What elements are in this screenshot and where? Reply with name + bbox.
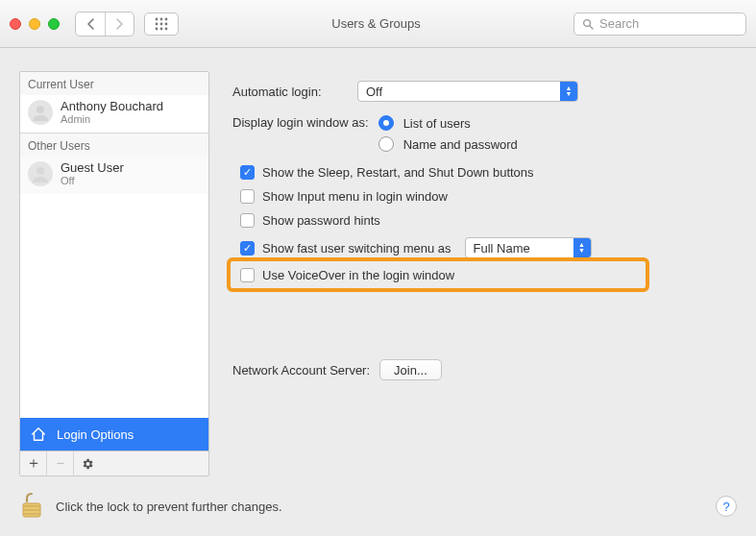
- svg-rect-15: [23, 509, 40, 511]
- svg-point-7: [160, 27, 163, 30]
- svg-point-2: [165, 17, 168, 20]
- users-sidebar: Current User Anthony Bouchard Admin Othe…: [19, 71, 209, 476]
- radio-namepwd-label: Name and password: [403, 137, 518, 152]
- svg-point-9: [584, 19, 591, 26]
- automatic-login-value: Off: [366, 85, 382, 99]
- minimize-window-button[interactable]: [29, 18, 40, 30]
- lock-text: Click the lock to prevent further change…: [56, 499, 282, 514]
- svg-point-3: [156, 22, 159, 25]
- window-controls: [10, 18, 60, 30]
- search-input[interactable]: [599, 16, 738, 31]
- automatic-login-label: Automatic login:: [232, 85, 348, 99]
- radio-list-label: List of users: [403, 116, 471, 131]
- radio-list-of-users[interactable]: [378, 115, 394, 131]
- fast-user-switching-select[interactable]: Full Name ▲▼: [465, 237, 592, 258]
- svg-point-6: [156, 27, 159, 30]
- login-options-row[interactable]: Login Options: [20, 418, 208, 451]
- svg-point-8: [165, 27, 168, 30]
- join-button[interactable]: Join...: [379, 359, 442, 380]
- add-user-button[interactable]: ＋: [20, 451, 47, 476]
- svg-point-4: [160, 22, 163, 25]
- dropdown-stepper-icon: ▲▼: [560, 82, 577, 101]
- other-users-header: Other Users: [20, 134, 208, 157]
- zoom-window-button[interactable]: [48, 18, 60, 30]
- automatic-login-select[interactable]: Off ▲▼: [357, 81, 578, 102]
- sidebar-footer: ＋ －: [20, 451, 208, 475]
- show-all-button[interactable]: [144, 12, 179, 36]
- highlight-annotation: [227, 257, 649, 292]
- remove-user-button: －: [47, 451, 74, 476]
- avatar: [28, 100, 53, 125]
- action-menu-button[interactable]: [74, 451, 101, 476]
- checkbox-sleep-restart[interactable]: ✓: [240, 165, 255, 180]
- network-account-server-label: Network Account Server:: [232, 363, 370, 378]
- svg-point-11: [37, 106, 44, 113]
- nav-buttons: [75, 12, 134, 37]
- join-button-label: Join...: [394, 363, 427, 378]
- unlocked-lock-icon[interactable]: [19, 492, 44, 521]
- svg-line-10: [590, 26, 593, 29]
- back-button[interactable]: [76, 12, 105, 36]
- fast-user-switching-value: Full Name: [474, 241, 530, 256]
- checkbox-input-label: Show Input menu in login window: [262, 189, 448, 204]
- display-login-label: Display login window as:: [232, 115, 369, 130]
- svg-rect-14: [23, 505, 40, 507]
- search-icon: [582, 18, 594, 30]
- svg-rect-16: [23, 513, 40, 515]
- svg-point-0: [156, 17, 159, 20]
- svg-point-12: [37, 167, 44, 175]
- guest-user-role: Off: [61, 175, 124, 186]
- current-user-name: Anthony Bouchard: [61, 99, 163, 113]
- guest-user-row[interactable]: Guest User Off: [20, 157, 208, 194]
- radio-name-password[interactable]: [378, 136, 394, 152]
- window-title: Users & Groups: [188, 16, 564, 31]
- home-icon: [30, 426, 47, 443]
- login-options-label: Login Options: [57, 427, 134, 442]
- login-options-panel: Automatic login: Off ▲▼ Display login wi…: [227, 71, 737, 476]
- dropdown-stepper-icon: ▲▼: [573, 238, 591, 257]
- svg-point-5: [165, 22, 168, 25]
- toolbar: Users & Groups: [0, 0, 756, 48]
- checkbox-fastswitch-label: Show fast user switching menu as: [262, 241, 451, 256]
- avatar: [28, 161, 53, 186]
- current-user-header: Current User: [20, 72, 208, 95]
- checkbox-input-menu[interactable]: [240, 189, 255, 204]
- current-user-row[interactable]: Anthony Bouchard Admin: [20, 95, 208, 133]
- search-field[interactable]: [573, 12, 746, 36]
- help-button[interactable]: ?: [716, 496, 737, 517]
- checkbox-hints-label: Show password hints: [262, 213, 380, 228]
- current-user-role: Admin: [61, 113, 163, 125]
- guest-user-name: Guest User: [61, 160, 124, 175]
- checkbox-password-hints[interactable]: [240, 213, 255, 228]
- checkbox-sleep-label: Show the Sleep, Restart, and Shut Down b…: [262, 165, 534, 180]
- svg-point-1: [160, 17, 163, 20]
- checkbox-fast-user-switching[interactable]: ✓: [240, 241, 255, 256]
- close-window-button[interactable]: [10, 18, 21, 30]
- forward-button[interactable]: [105, 12, 134, 36]
